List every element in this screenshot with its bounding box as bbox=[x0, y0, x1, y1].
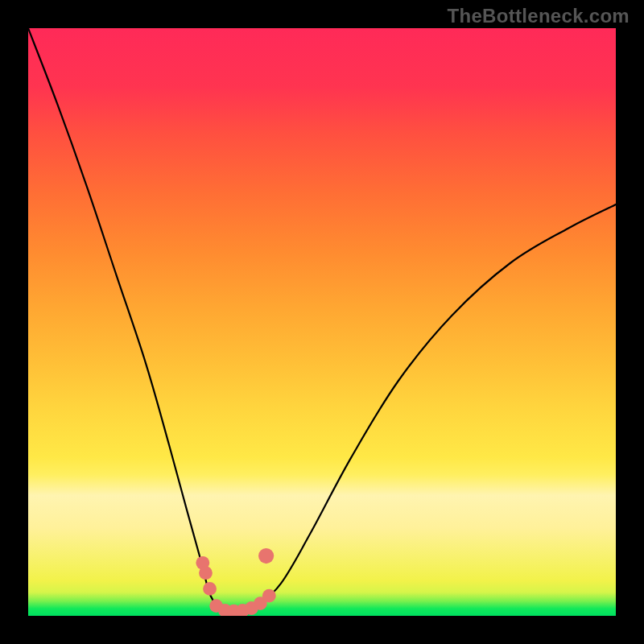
curve-marker bbox=[262, 589, 276, 603]
chart-frame: TheBottleneck.com bbox=[0, 0, 644, 644]
curve-marker bbox=[203, 582, 217, 596]
curve-marker bbox=[199, 566, 213, 580]
curve-svg bbox=[28, 28, 616, 616]
bottleneck-curve bbox=[28, 28, 616, 611]
bottleneck-curve-path bbox=[28, 28, 616, 611]
curve-markers bbox=[196, 548, 275, 616]
plot-area bbox=[28, 28, 616, 616]
curve-marker bbox=[258, 548, 274, 564]
watermark-text: TheBottleneck.com bbox=[448, 5, 630, 27]
